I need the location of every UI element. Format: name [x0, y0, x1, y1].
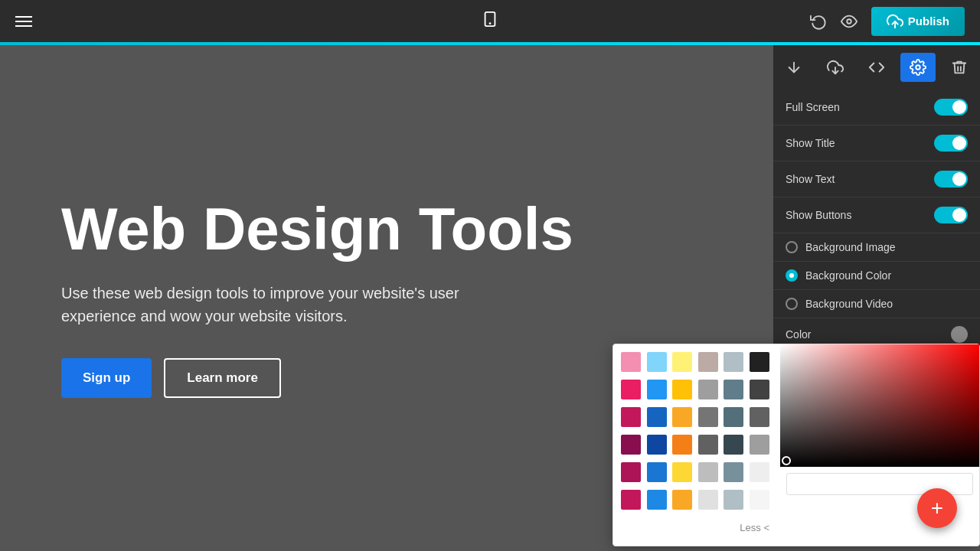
show-text-row: Show Text — [773, 161, 980, 197]
color-swatch[interactable] — [951, 326, 968, 343]
swatch[interactable] — [647, 352, 667, 372]
hero-content: Web Design Tools Use these web design to… — [61, 198, 573, 399]
swatch[interactable] — [672, 352, 692, 372]
swatch[interactable] — [647, 490, 667, 510]
swatch-grid-6 — [621, 490, 773, 510]
publish-button[interactable]: Publish — [871, 7, 965, 36]
show-text-toggle[interactable] — [934, 171, 968, 187]
swatch-grid-2 — [621, 380, 773, 399]
learn-more-button[interactable]: Learn more — [164, 358, 281, 398]
swatch[interactable] — [647, 462, 667, 482]
top-bar: Publish — [0, 0, 980, 42]
show-buttons-label: Show Buttons — [786, 209, 851, 221]
swatch[interactable] — [750, 490, 769, 510]
swatch[interactable] — [621, 435, 641, 455]
swatch[interactable] — [647, 435, 667, 455]
bg-image-row: Background Image — [773, 233, 980, 262]
top-bar-left — [15, 16, 32, 27]
swatch[interactable] — [621, 462, 641, 482]
swatch[interactable] — [750, 462, 769, 482]
swatch-grid-5 — [621, 462, 773, 482]
full-screen-toggle[interactable] — [934, 99, 968, 116]
swatch[interactable] — [698, 352, 718, 372]
color-label: Color — [786, 328, 811, 341]
swatch[interactable] — [621, 352, 641, 372]
bg-color-row: Background Color — [773, 262, 980, 290]
fab-add-button[interactable]: + — [917, 488, 957, 528]
swatch[interactable] — [724, 380, 743, 399]
menu-icon[interactable] — [15, 16, 32, 27]
delete-icon-btn[interactable] — [942, 53, 977, 82]
sort-icon-btn[interactable] — [776, 53, 812, 82]
code-icon-btn[interactable] — [859, 53, 894, 82]
swatch[interactable] — [672, 407, 692, 427]
swatch[interactable] — [724, 490, 743, 510]
swatch[interactable] — [621, 407, 641, 427]
gradient-dark — [780, 344, 979, 467]
hero-buttons: Sign up Learn more — [61, 358, 573, 398]
signup-button[interactable]: Sign up — [61, 358, 152, 398]
svg-point-6 — [916, 65, 920, 70]
full-screen-label: Full Screen — [786, 101, 840, 113]
swatch[interactable] — [698, 380, 718, 399]
swatch-grid-1 — [621, 352, 773, 372]
bg-color-label: Background Color — [805, 269, 891, 282]
bg-video-label: Background Video — [805, 298, 893, 310]
swatch[interactable] — [621, 380, 641, 399]
swatch[interactable] — [724, 462, 743, 482]
swatch[interactable] — [724, 435, 743, 455]
swatch[interactable] — [750, 435, 769, 455]
settings-icon-btn[interactable] — [900, 53, 936, 82]
show-title-toggle[interactable] — [934, 135, 968, 152]
show-buttons-toggle[interactable] — [934, 207, 968, 223]
hero-title: Web Design Tools — [61, 198, 573, 261]
undo-icon[interactable] — [810, 13, 827, 30]
show-buttons-row: Show Buttons — [773, 197, 980, 233]
bg-video-row: Background Video — [773, 290, 980, 318]
swatch[interactable] — [698, 407, 718, 427]
full-screen-row: Full Screen — [773, 90, 980, 126]
less-button[interactable]: Less < — [621, 517, 773, 538]
toolbar-icons — [773, 45, 980, 90]
swatch[interactable] — [672, 462, 692, 482]
publish-label: Publish — [908, 15, 949, 28]
swatch[interactable] — [647, 407, 667, 427]
swatch[interactable] — [672, 380, 692, 399]
settings-panel: Full Screen Show Title Show Text Show Bu… — [773, 90, 980, 350]
top-bar-center — [482, 11, 498, 32]
swatch[interactable] — [750, 380, 769, 399]
phone-preview-icon[interactable] — [482, 11, 498, 32]
show-title-row: Show Title — [773, 126, 980, 161]
preview-icon[interactable] — [841, 13, 858, 30]
swatch[interactable] — [750, 352, 769, 372]
download-icon-btn[interactable] — [818, 53, 853, 82]
swatch[interactable] — [621, 490, 641, 510]
swatch[interactable] — [724, 407, 743, 427]
gradient-picker[interactable] — [780, 344, 979, 467]
bg-color-radio[interactable] — [786, 269, 798, 282]
swatch[interactable] — [698, 490, 718, 510]
bg-image-radio[interactable] — [786, 241, 798, 253]
top-bar-right: Publish — [810, 7, 965, 36]
color-swatches: Less < — [613, 344, 780, 546]
bg-image-label: Background Image — [805, 241, 896, 253]
canvas-area: Web Design Tools Use these web design to… — [0, 45, 980, 551]
swatch[interactable] — [672, 435, 692, 455]
swatch[interactable] — [698, 462, 718, 482]
swatch[interactable] — [672, 490, 692, 510]
show-text-label: Show Text — [786, 173, 835, 185]
svg-point-2 — [847, 19, 851, 24]
gradient-bg — [780, 344, 979, 467]
toolbar-panel: Full Screen Show Title Show Text Show Bu… — [773, 45, 980, 350]
show-title-label: Show Title — [786, 137, 835, 149]
hero-text: Use these web design tools to improve yo… — [61, 282, 490, 328]
swatch-grid-4 — [621, 435, 773, 455]
bg-video-radio[interactable] — [786, 298, 798, 310]
swatch[interactable] — [724, 352, 743, 372]
swatch[interactable] — [647, 380, 667, 399]
swatch-grid-3 — [621, 407, 773, 427]
swatch[interactable] — [698, 435, 718, 455]
swatch[interactable] — [750, 407, 769, 427]
